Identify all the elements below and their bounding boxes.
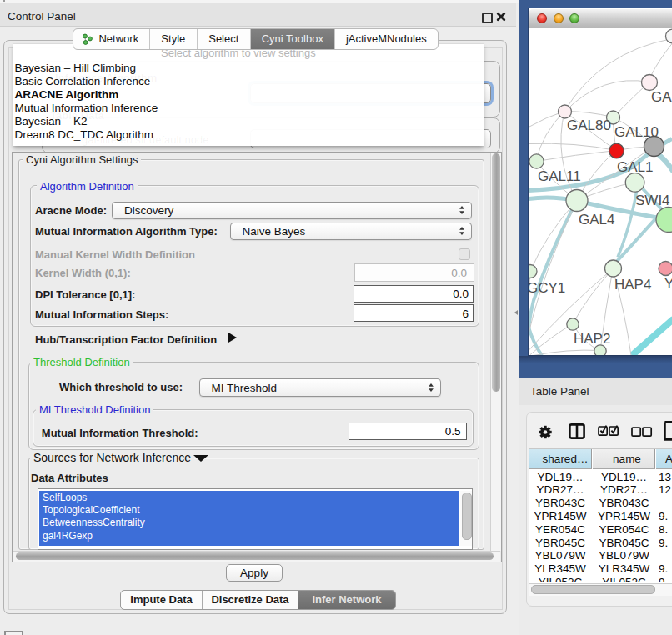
svg-text:GAL: GAL: [651, 88, 672, 104]
svg-text:GAL10: GAL10: [614, 124, 659, 140]
svg-text:HAP4: HAP4: [614, 276, 651, 292]
svg-text:GAL80: GAL80: [567, 117, 611, 132]
svg-text:GAL11: GAL11: [538, 168, 581, 184]
svg-text:GCY1: GCY1: [529, 279, 565, 295]
svg-text:Y: Y: [664, 275, 672, 291]
svg-text:GAL1: GAL1: [617, 159, 653, 175]
svg-text:HAP2: HAP2: [574, 331, 610, 347]
svg-text:GAL4: GAL4: [579, 211, 614, 227]
svg-text:SWI4: SWI4: [635, 192, 670, 208]
